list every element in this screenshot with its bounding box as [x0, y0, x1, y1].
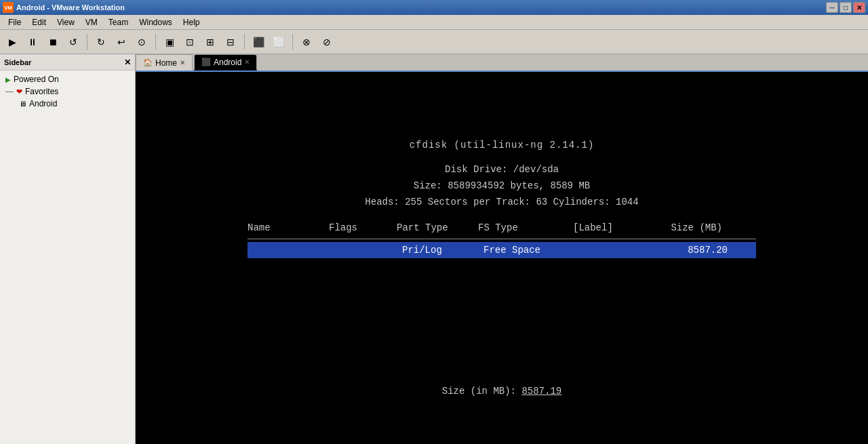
app-icon: VM: [3, 2, 14, 13]
tab-home[interactable]: 🏠 Home ✕: [136, 54, 193, 70]
fullscreen-button[interactable]: ▣: [160, 33, 179, 52]
window-title: Android - VMware Workstation: [16, 3, 125, 12]
tabs-area: 🏠 Home ✕ ⬛ Android ✕ cfdisk (util-linux-…: [136, 54, 868, 444]
toolbar-separator-2: [155, 34, 156, 50]
sidebar: Sidebar ✕ ▶ Powered On — ❤ Favorites 🖥: [0, 54, 136, 444]
sidebar-content: ▶ Powered On — ❤ Favorites 🖥 Android: [0, 70, 135, 113]
table-row-0: Pri/Log Free Space 8587.20: [248, 242, 756, 258]
menu-file[interactable]: File: [3, 16, 26, 28]
sidebar-item-android[interactable]: 🖥 Android: [14, 98, 135, 110]
title-bar: VM Android - VMware Workstation ─ □ ✕: [0, 0, 868, 15]
title-bar-left: VM Android - VMware Workstation: [3, 2, 125, 13]
menu-view[interactable]: View: [52, 16, 80, 28]
row0-name: [253, 245, 334, 256]
row0-parttype: Pri/Log: [402, 245, 484, 256]
close-button[interactable]: ✕: [853, 2, 865, 13]
menu-vm[interactable]: VM: [80, 16, 103, 28]
menu-windows[interactable]: Windows: [134, 16, 178, 28]
home-tab-icon: 🏠: [143, 58, 153, 67]
sidebar-item-powered-on[interactable]: ▶ Powered On: [0, 73, 135, 85]
unity-button[interactable]: ⊡: [180, 33, 199, 52]
main-layout: Sidebar ✕ ▶ Powered On — ❤ Favorites 🖥: [0, 54, 868, 444]
powered-on-arrow-icon: ▶: [5, 76, 11, 83]
vm-size-info: Size: 8589934592 bytes, 8589 MB: [414, 180, 590, 191]
sidebar-favorites-children: 🖥 Android: [0, 98, 135, 110]
col-header-parttype: Part Type: [397, 222, 478, 233]
favorites-heart-icon: ❤: [16, 87, 22, 96]
size-input-value[interactable]: 8587.19: [521, 386, 561, 397]
row0-fstype: Free Space: [484, 245, 578, 256]
menu-help[interactable]: Help: [178, 16, 205, 28]
vm-content: cfdisk (util-linux-ng 2.14.1) Disk Drive…: [149, 85, 854, 258]
col-header-name: Name: [248, 222, 329, 233]
toolbar-separator-1: [87, 34, 87, 50]
home-button[interactable]: ⊙: [132, 33, 151, 52]
home-tab-label: Home: [155, 58, 177, 68]
title-bar-controls: ─ □ ✕: [826, 2, 865, 13]
row0-size: 8587.20: [660, 245, 728, 256]
restore-button[interactable]: □: [840, 2, 852, 13]
toolbar-separator-4: [292, 34, 293, 50]
toolbar: ▶ ⏸ ⏹ ↺ ↻ ↩ ⊙ ▣ ⊡ ⊞ ⊟ ⬛ ⬜ ⊗ ⊘: [0, 30, 868, 54]
sidebar-title: Sidebar: [4, 58, 31, 66]
size-in-mb-label: Size (in MB):: [442, 386, 516, 397]
col-header-flags: Flags: [329, 222, 397, 233]
col-header-size: Size (MB): [654, 222, 722, 233]
menu-edit[interactable]: Edit: [26, 16, 52, 28]
col-header-label: [Label]: [573, 222, 654, 233]
tab-bar: 🏠 Home ✕ ⬛ Android ✕: [136, 54, 868, 72]
android-tab-close[interactable]: ✕: [244, 58, 250, 66]
powered-on-label: Powered On: [14, 75, 59, 84]
row0-label: [578, 245, 660, 256]
vm-geometry: Heads: 255 Sectors per Track: 63 Cylinde…: [365, 197, 638, 207]
sidebar-close-button[interactable]: ✕: [124, 58, 131, 67]
minimize-button[interactable]: ─: [826, 2, 838, 13]
table-divider: [248, 239, 756, 239]
sidebar-header: Sidebar ✕: [0, 54, 135, 70]
send-ctrl-alt-del-button[interactable]: ⬛: [249, 33, 268, 52]
resume-button[interactable]: ⏹: [43, 33, 62, 52]
android-tab-icon: ⬛: [201, 58, 211, 66]
snapshot-button[interactable]: ⊞: [201, 33, 220, 52]
favorites-collapse-icon: —: [5, 87, 14, 96]
android-label: Android: [29, 99, 57, 108]
sidebar-group-favorites: — ❤ Favorites 🖥 Android: [0, 85, 135, 110]
menu-bar: File Edit View VM Team Windows Help: [0, 15, 868, 30]
android-vm-icon: 🖥: [19, 100, 26, 108]
vm-display[interactable]: cfdisk (util-linux-ng 2.14.1) Disk Drive…: [136, 72, 868, 444]
vm-disk-drive: Disk Drive: /dev/sda: [445, 164, 559, 175]
col-header-fstype: FS Type: [478, 222, 573, 233]
vm-table-header: Name Flags Part Type FS Type [Label] Siz…: [248, 220, 756, 236]
power-on-button[interactable]: ▶: [3, 33, 22, 52]
android-tab-label: Android: [214, 58, 241, 67]
vm-cfdisk-title: cfdisk (util-linux-ng 2.14.1): [410, 140, 595, 150]
snapshot-manager-button[interactable]: ⊟: [221, 33, 240, 52]
settings-button[interactable]: ⊗: [297, 33, 316, 52]
favorites-label: Favorites: [25, 87, 58, 96]
back-button[interactable]: ↩: [112, 33, 131, 52]
vm-size-input-area: Size (in MB): 8587.19: [136, 386, 868, 397]
vm-table: Name Flags Part Type FS Type [Label] Siz…: [248, 220, 756, 258]
refresh-button[interactable]: ↻: [92, 33, 111, 52]
tab-android[interactable]: ⬛ Android ✕: [194, 54, 257, 70]
row0-flags: [334, 245, 402, 256]
home-tab-close[interactable]: ✕: [180, 59, 185, 66]
menu-team[interactable]: Team: [103, 16, 134, 28]
restart-button[interactable]: ↺: [64, 33, 83, 52]
help-button[interactable]: ⊘: [317, 33, 336, 52]
sidebar-favorites-header[interactable]: — ❤ Favorites: [0, 85, 135, 98]
toolbar-separator-3: [244, 34, 245, 50]
screen-capture-button[interactable]: ⬜: [269, 33, 288, 52]
suspend-button[interactable]: ⏸: [23, 33, 42, 52]
